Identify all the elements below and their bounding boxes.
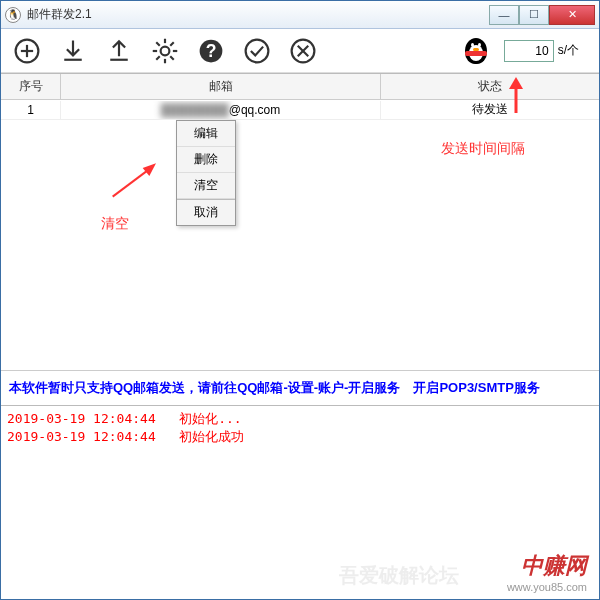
- svg-line-15: [170, 42, 174, 46]
- table-header: 序号 邮箱 状态: [1, 74, 599, 100]
- export-button[interactable]: [103, 35, 135, 67]
- help-button[interactable]: ?: [195, 35, 227, 67]
- maximize-button[interactable]: ☐: [519, 5, 549, 25]
- svg-line-14: [156, 56, 160, 60]
- log-line: 2019-03-19 12:04:44 初始化...: [7, 410, 593, 428]
- context-menu: 编辑 删除 清空 取消: [176, 120, 236, 226]
- notice-text: 本软件暂时只支持QQ邮箱发送，请前往QQ邮箱-设置-账户-开启服务 开启POP3…: [1, 370, 599, 405]
- interval-control: s/个: [504, 40, 579, 62]
- interval-input[interactable]: [504, 40, 554, 62]
- window-controls: — ☐ ✕: [489, 5, 595, 25]
- cell-status: 待发送: [381, 99, 599, 120]
- annotation-clear: 清空: [101, 215, 129, 233]
- menu-delete[interactable]: 删除: [177, 147, 235, 173]
- interval-unit: s/个: [558, 42, 579, 59]
- app-icon: 🐧: [5, 7, 21, 23]
- download-icon: [59, 37, 87, 65]
- svg-marker-23: [143, 163, 156, 176]
- upload-icon: [105, 37, 133, 65]
- svg-line-13: [170, 56, 174, 60]
- cell-seq: 1: [1, 101, 61, 119]
- svg-line-22: [113, 167, 153, 197]
- header-seq[interactable]: 序号: [1, 74, 61, 99]
- menu-cancel[interactable]: 取消: [177, 199, 235, 225]
- menu-clear[interactable]: 清空: [177, 173, 235, 199]
- titlebar[interactable]: 🐧 邮件群发2.1 — ☐ ✕: [1, 1, 599, 29]
- svg-point-18: [246, 39, 269, 62]
- settings-button[interactable]: [149, 35, 181, 67]
- svg-point-7: [161, 46, 170, 55]
- x-circle-icon: [289, 37, 317, 65]
- gear-icon: [151, 37, 179, 65]
- stop-button[interactable]: [287, 35, 319, 67]
- table-row[interactable]: 1 ████████@qq.com 待发送: [1, 100, 599, 120]
- minimize-button[interactable]: —: [489, 5, 519, 25]
- log-line: 2019-03-19 12:04:44 初始化成功: [7, 428, 593, 446]
- window-title: 邮件群发2.1: [27, 6, 489, 23]
- header-status[interactable]: 状态: [381, 74, 599, 99]
- import-button[interactable]: [57, 35, 89, 67]
- header-email[interactable]: 邮箱: [61, 74, 381, 99]
- table-body: 编辑 删除 清空 取消 清空 发送时间间隔: [1, 120, 599, 370]
- log-panel[interactable]: 2019-03-19 12:04:44 初始化... 2019-03-19 12…: [1, 405, 599, 573]
- annotation-interval: 发送时间间隔: [441, 140, 525, 158]
- plus-circle-icon: [13, 37, 41, 65]
- qq-icon[interactable]: [462, 37, 490, 65]
- cell-email: ████████@qq.com: [61, 101, 381, 119]
- check-circle-icon: [243, 37, 271, 65]
- svg-line-12: [156, 42, 160, 46]
- toolbar: ? s/个: [1, 29, 599, 73]
- arrow-icon: [106, 160, 166, 200]
- add-button[interactable]: [11, 35, 43, 67]
- start-button[interactable]: [241, 35, 273, 67]
- close-button[interactable]: ✕: [549, 5, 595, 25]
- menu-edit[interactable]: 编辑: [177, 121, 235, 147]
- svg-text:?: ?: [206, 41, 217, 61]
- app-window: 🐧 邮件群发2.1 — ☐ ✕ ?: [0, 0, 600, 600]
- question-circle-icon: ?: [197, 37, 225, 65]
- email-table: 序号 邮箱 状态 1 ████████@qq.com 待发送 编辑 删除 清空 …: [1, 73, 599, 370]
